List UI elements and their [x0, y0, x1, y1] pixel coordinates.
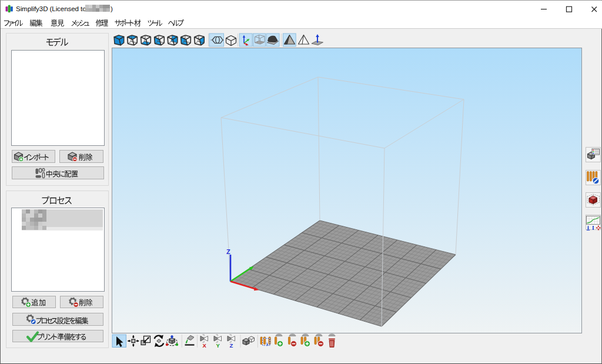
svg-text:X: X: [203, 342, 207, 349]
svg-text:): ): [111, 5, 113, 12]
svg-text:Z: Z: [226, 248, 230, 255]
svg-text:Simplify3D (Licensed to: Simplify3D (Licensed to: [16, 5, 86, 12]
svg-text:Y: Y: [216, 342, 220, 349]
svg-text:Z: Z: [230, 342, 233, 349]
